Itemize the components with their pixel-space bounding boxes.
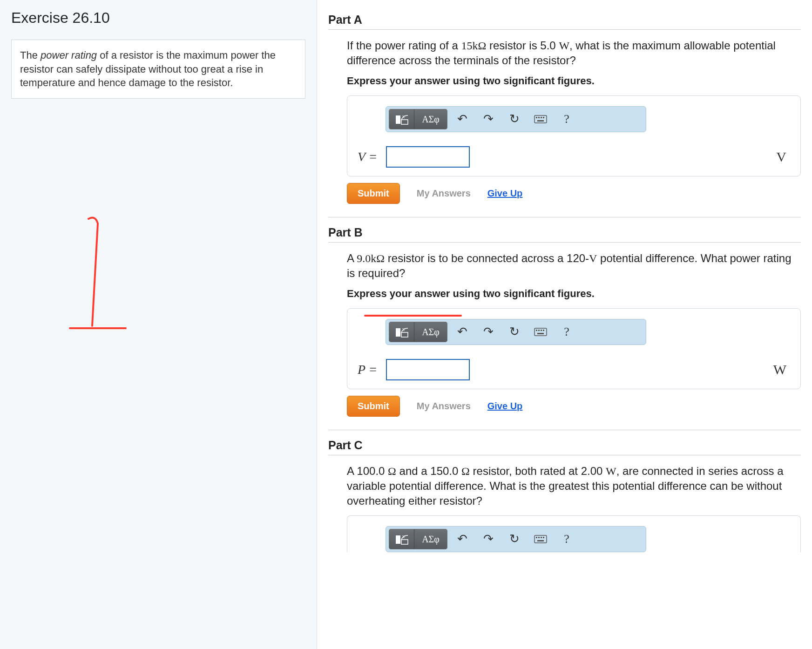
part-b-answer-input[interactable] (386, 359, 470, 380)
intro-box: The power rating of a resistor is the ma… (11, 40, 305, 99)
part-b-submit-row: Submit My Answers Give Up (347, 396, 801, 417)
undo-button-c[interactable]: ↶ (451, 529, 474, 549)
redo-button-b[interactable]: ↷ (477, 322, 500, 342)
svg-rect-9 (396, 328, 400, 337)
part-a-give-up[interactable]: Give Up (487, 188, 523, 199)
svg-rect-18 (396, 535, 400, 544)
part-b-instruction: Express your answer using two significan… (347, 288, 801, 300)
separator-ab (328, 217, 801, 217)
templates-icon: x (394, 324, 410, 340)
svg-rect-11 (401, 332, 408, 337)
part-a-my-answers[interactable]: My Answers (417, 188, 471, 199)
undo-button-b[interactable]: ↶ (451, 322, 474, 342)
keyboard-icon (534, 535, 547, 543)
reset-button[interactable]: ↻ (503, 109, 526, 129)
templates-icon: x (394, 532, 410, 548)
part-a-body: If the power rating of a 15kΩ resistor i… (328, 30, 801, 204)
intro-text: The power rating of a resistor is the ma… (20, 49, 276, 88)
svg-rect-0 (396, 115, 400, 124)
svg-rect-14 (538, 330, 540, 331)
svg-rect-22 (536, 537, 537, 538)
part-b-give-up[interactable]: Give Up (487, 401, 523, 412)
svg-rect-20 (401, 540, 408, 544)
part-a-submit-row: Submit My Answers Give Up (347, 183, 801, 204)
greek-button-b[interactable]: ΑΣφ (414, 322, 447, 342)
separator-bc (328, 430, 801, 430)
part-c-answer-panel: x ΑΣφ ↶ ↷ ↻ ? (347, 515, 801, 552)
redo-button-c[interactable]: ↷ (477, 529, 500, 549)
part-b-submit-button[interactable]: Submit (347, 396, 400, 417)
undo-button[interactable]: ↶ (451, 109, 474, 129)
part-c-body: A 100.0 Ω and a 150.0 Ω resistor, both r… (328, 455, 801, 552)
part-a-submit-button[interactable]: Submit (347, 183, 400, 204)
svg-rect-12 (535, 328, 547, 336)
part-c-toolbar: x ΑΣφ ↶ ↷ ↻ ? (386, 526, 646, 552)
reset-button-b[interactable]: ↻ (503, 322, 526, 342)
part-b-title: Part B (328, 226, 801, 243)
left-column: Exercise 26.10 The power rating of a res… (0, 0, 317, 649)
svg-rect-3 (535, 115, 547, 123)
templates-icon: x (394, 112, 410, 128)
templates-button-c[interactable]: x (389, 529, 414, 549)
svg-rect-15 (541, 330, 542, 331)
help-button-b[interactable]: ? (555, 322, 578, 342)
keyboard-button[interactable] (529, 109, 552, 129)
svg-rect-26 (537, 540, 544, 541)
svg-rect-5 (538, 117, 540, 118)
templates-button-b[interactable]: x (389, 322, 414, 342)
part-b-body: A 9.0kΩ resistor is to be connected acro… (328, 243, 801, 417)
help-button-c[interactable]: ? (555, 529, 578, 549)
part-b-toolbar: x ΑΣφ ↶ ↷ ↻ ? (386, 319, 646, 345)
exercise-title: Exercise 26.10 (11, 9, 305, 27)
part-a-var-label: V = (358, 149, 378, 164)
svg-rect-23 (538, 537, 540, 538)
svg-rect-24 (541, 537, 542, 538)
svg-rect-4 (536, 117, 537, 118)
templates-button[interactable]: x (389, 109, 414, 129)
part-a-toolbar: x ΑΣφ ↶ ↷ ↻ ? (386, 106, 646, 132)
part-a-unit: V (776, 149, 790, 165)
part-c-question: A 100.0 Ω and a 150.0 Ω resistor, both r… (347, 464, 801, 509)
toolbar-format-group-c: x ΑΣφ (389, 529, 447, 549)
svg-rect-6 (541, 117, 542, 118)
part-a-instruction: Express your answer using two significan… (347, 75, 801, 87)
redo-button[interactable]: ↷ (477, 109, 500, 129)
help-button[interactable]: ? (555, 109, 578, 129)
part-a-answer-input[interactable] (386, 146, 470, 168)
part-a-question: If the power rating of a 15kΩ resistor i… (347, 38, 801, 68)
part-a-answer-panel: x ΑΣφ ↶ ↷ ↻ ? V = V (347, 95, 801, 176)
part-b-equation-row: P = W (358, 359, 790, 380)
svg-rect-7 (543, 117, 544, 118)
svg-rect-13 (536, 330, 537, 331)
part-a-title: Part A (328, 13, 801, 30)
part-b-question: A 9.0kΩ resistor is to be connected acro… (347, 251, 801, 281)
keyboard-button-b[interactable] (529, 322, 552, 342)
part-b-my-answers[interactable]: My Answers (417, 401, 471, 412)
svg-rect-25 (543, 537, 544, 538)
toolbar-format-group-b: x ΑΣφ (389, 322, 447, 342)
page-container: Exercise 26.10 The power rating of a res… (0, 0, 812, 649)
part-b-var-label: P = (358, 362, 378, 377)
toolbar-format-group: x ΑΣφ (389, 109, 447, 129)
greek-button-c[interactable]: ΑΣφ (414, 529, 447, 549)
part-a-equation-row: V = V (358, 146, 790, 168)
svg-rect-16 (543, 330, 544, 331)
svg-rect-17 (537, 333, 544, 334)
keyboard-icon (534, 328, 547, 336)
svg-rect-8 (537, 120, 544, 122)
part-c-title: Part C (328, 439, 801, 455)
svg-rect-2 (401, 120, 408, 124)
part-b-answer-panel: x ΑΣφ ↶ ↷ ↻ ? P = W (347, 308, 801, 389)
part-b-unit: W (773, 362, 790, 378)
reset-button-c[interactable]: ↻ (503, 529, 526, 549)
keyboard-button-c[interactable] (529, 529, 552, 549)
greek-button[interactable]: ΑΣφ (414, 109, 447, 129)
svg-rect-21 (535, 535, 547, 543)
right-column: Part A If the power rating of a 15kΩ res… (317, 0, 812, 649)
keyboard-icon (534, 115, 547, 123)
